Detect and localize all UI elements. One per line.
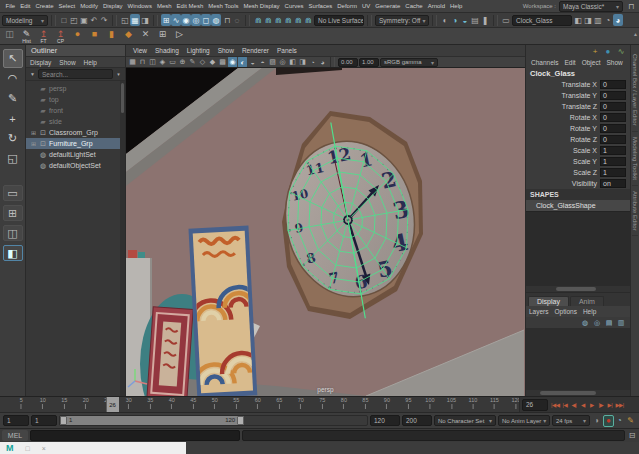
3d-scene[interactable]: 121234567891011 <box>126 68 524 396</box>
layer-menu-options[interactable]: Options <box>552 308 580 315</box>
poly-cluster-button[interactable]: ◆ <box>121 29 136 44</box>
layer-scrollbar[interactable] <box>526 390 630 396</box>
shelf-editor-button[interactable]: ◫ <box>2 29 17 44</box>
sound-icon[interactable]: ◗ <box>592 415 603 427</box>
go-to-end-button[interactable]: ▶▶| <box>614 398 624 412</box>
command-language-toggle[interactable]: MEL <box>2 430 28 441</box>
component-mode-icon[interactable]: ◨ <box>140 14 150 26</box>
input-line-mode-icon[interactable]: ▭ <box>501 14 511 26</box>
hierarchy-mode-icon[interactable]: ◱ <box>120 14 130 26</box>
outliner-item-defaultlightset[interactable]: ◍defaultLightSet <box>26 149 125 160</box>
layout-four-pane[interactable]: ⊞ <box>3 205 23 221</box>
lasso-tool[interactable]: ◠ <box>3 69 23 88</box>
undo-icon[interactable]: ↶ <box>89 14 99 26</box>
render-current-frame-icon[interactable]: ◑ <box>450 14 460 26</box>
sphere-icon[interactable]: ● <box>603 45 613 57</box>
freeze-transform-button[interactable]: ↥FT <box>36 29 51 44</box>
current-frame-marker[interactable]: 26 <box>106 397 119 412</box>
step-back-frame-button[interactable]: ◀| <box>569 398 578 412</box>
viewport-menu-renderer[interactable]: Renderer <box>238 47 273 54</box>
menu-mesh-tools[interactable]: Mesh Tools <box>206 3 241 9</box>
layer-menu-layers[interactable]: Layers <box>526 308 552 315</box>
tab-anim[interactable]: Anim <box>570 296 604 306</box>
layer-menu-help[interactable]: Help <box>580 308 599 315</box>
channel-box-scrollbar[interactable] <box>526 286 630 292</box>
menu-deform[interactable]: Deform <box>335 3 360 9</box>
range-start-handle[interactable] <box>60 416 67 425</box>
menu-windows[interactable]: Windows <box>125 3 154 9</box>
soft-select-icon[interactable]: ⋒ <box>303 14 313 26</box>
input-operations-icon[interactable]: ⋒ <box>253 14 263 26</box>
outliner-item-front[interactable]: ▰front <box>26 105 125 116</box>
outliner-item-defaultobjectset[interactable]: ◍defaultObjectSet <box>26 160 125 171</box>
selection-mask-icon[interactable]: ⋒ <box>293 14 303 26</box>
toggle-layer-visibility-icon[interactable]: ◍ <box>580 317 590 329</box>
move-tool[interactable]: + <box>3 109 23 128</box>
menu-help[interactable]: Help <box>447 3 464 9</box>
outliner-scrollbar[interactable] <box>120 81 125 396</box>
outliner-item-top[interactable]: ▰top <box>26 94 125 105</box>
snap-to-projected-center-icon[interactable]: ◎ <box>191 14 201 26</box>
snap-to-curve-icon[interactable]: ∿ <box>171 14 181 26</box>
paint-select-tool[interactable]: ✎ <box>3 89 23 108</box>
attr-value-field[interactable]: 1 <box>600 157 626 166</box>
gamma-toggle-icon[interactable]: ◕ <box>318 56 327 68</box>
lock-selection-icon[interactable]: ⊓ <box>222 14 232 26</box>
view-transform-selector[interactable]: sRGB gamma▾ <box>380 58 438 67</box>
attr-value-field[interactable]: on <box>600 179 626 188</box>
fast-interaction-icon[interactable]: ◔ <box>603 14 613 26</box>
select-by-name-icon[interactable]: ▥ <box>593 14 603 26</box>
exposure-toggle-icon[interactable]: ◔ <box>308 56 317 68</box>
animation-end-field[interactable]: 200 <box>402 415 432 426</box>
motion-blur-icon[interactable]: ◓ <box>258 56 267 68</box>
playback-end-field[interactable]: 120 <box>370 415 400 426</box>
outliner-title[interactable]: Outliner <box>26 45 125 57</box>
output-operations-icon[interactable]: ⋒ <box>263 14 273 26</box>
menu-curves[interactable]: Curves <box>282 3 306 9</box>
search-input[interactable]: Search... <box>38 69 113 79</box>
menu-cache[interactable]: Cache <box>403 3 425 9</box>
multisample-aa-icon[interactable]: ▨ <box>268 56 277 68</box>
shaded-mode-icon[interactable]: ◆ <box>208 56 217 68</box>
menu-edit-mesh[interactable]: Edit Mesh <box>174 3 206 9</box>
range-end-handle[interactable] <box>237 416 244 425</box>
character-set-selector[interactable]: No Character Set ▾ <box>434 415 496 426</box>
attr-value-field[interactable]: 0 <box>600 102 626 111</box>
animation-start-field[interactable]: 1 <box>3 415 29 426</box>
menu-uv[interactable]: UV <box>359 3 372 9</box>
maya-logo[interactable]: M <box>6 444 14 453</box>
menu-surfaces[interactable]: Surfaces <box>306 3 335 9</box>
snap-to-point-icon[interactable]: ◉ <box>181 14 191 26</box>
gamma-field[interactable]: 1.00 <box>359 58 379 67</box>
poly-cube-button[interactable]: ■ <box>87 29 102 44</box>
tab-display[interactable]: Display <box>528 296 569 306</box>
object-mode-icon[interactable]: ▦ <box>130 14 140 26</box>
channel-object-name[interactable]: Clock_Glass <box>526 68 630 79</box>
edit-queue-icon[interactable]: ⋒ <box>283 14 293 26</box>
channel-menu-object[interactable]: Object <box>579 59 604 66</box>
camera-label[interactable]: persp <box>317 386 333 393</box>
viewport-canvas[interactable]: 121234567891011 <box>126 68 525 396</box>
poly-sphere-button[interactable]: ● <box>70 29 85 44</box>
rotate-tool[interactable]: ↻ <box>3 129 23 148</box>
outliner-item-persp[interactable]: ▰persp <box>26 83 125 94</box>
outliner-item-classroom-grp[interactable]: ⊞⊡Classroom_Grp <box>26 127 125 138</box>
textured-mode-icon[interactable]: ▩ <box>218 56 227 68</box>
create-empty-layer-icon[interactable]: ▤ <box>604 317 614 329</box>
animation-preferences-icon[interactable]: ◔ <box>614 415 625 427</box>
menu-select[interactable]: Select <box>56 3 78 9</box>
make-live-icon[interactable]: ◍ <box>211 14 221 26</box>
menu-create[interactable]: Create <box>33 3 56 9</box>
select-tool[interactable]: ↖ <box>3 49 23 68</box>
snap-to-grid-icon[interactable]: ⊞ <box>161 14 171 26</box>
layout-single-pane[interactable]: ▭ <box>3 185 23 201</box>
toggle-layer-playback-icon[interactable]: ◎ <box>592 317 602 329</box>
camera-attributes-icon[interactable]: ◫ <box>148 56 157 68</box>
sidebar-tab-attribute-editor[interactable]: Attribute Editor <box>632 186 638 237</box>
grid-table-button[interactable]: ⊞ <box>155 29 170 44</box>
menu-generate[interactable]: Generate <box>373 3 403 9</box>
isolate-select-icon[interactable]: ◧ <box>288 56 297 68</box>
menu-edit[interactable]: Edit <box>18 3 33 9</box>
open-render-view-icon[interactable]: ◐ <box>440 14 450 26</box>
joint-tool-button[interactable]: ✕ <box>138 29 153 44</box>
